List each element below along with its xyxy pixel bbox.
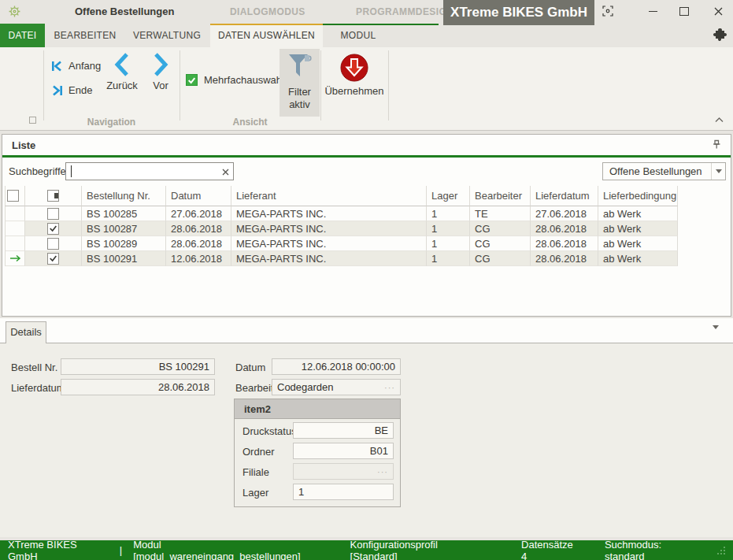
uebernehmen-button[interactable]: Übernehmen <box>320 49 388 117</box>
dialog-launcher-icon[interactable] <box>29 117 36 124</box>
cell-lieferdatum: 27.06.2018 <box>531 206 598 221</box>
column-header-datum[interactable]: Datum <box>166 186 231 206</box>
row-select-cell[interactable] <box>25 206 82 221</box>
ribbon-group-navigation: Anfang Ende Zurück Vor Navigation <box>43 47 180 130</box>
view-filter-dropdown[interactable]: Offene Bestellungen <box>602 162 726 180</box>
column-header-lieferant[interactable]: Lieferant <box>231 186 427 206</box>
cell-bestellung: BS 100285 <box>82 206 166 221</box>
table-header-row: Bestellung Nr. Datum Lieferant Lager Bea… <box>5 186 678 206</box>
column-header-lager[interactable]: Lager <box>427 186 470 206</box>
vor-button[interactable]: Vor <box>144 52 177 91</box>
cell-lieferant: MEGA-PARTS INC. <box>231 236 427 251</box>
lookup-ellipsis-icon[interactable]: ··· <box>377 467 388 477</box>
minimize-button[interactable] <box>639 0 666 22</box>
anfang-button[interactable]: Anfang <box>51 60 101 72</box>
tab-datei[interactable]: DATEI <box>0 24 45 47</box>
status-bar: XTreme BIKES GmbH | Modul [modul_warenei… <box>0 540 733 560</box>
select-all-checkbox[interactable] <box>7 190 19 202</box>
clear-search-icon[interactable] <box>222 166 229 178</box>
datum-field[interactable]: 12.06.2018 00:00:00 <box>272 358 401 375</box>
filter-aktiv-button[interactable]: Filter aktiv <box>280 49 320 117</box>
cell-lieferbedingung: ab Werk <box>598 206 678 221</box>
cell-bearbeiter: CG <box>470 221 531 236</box>
lookup-ellipsis-icon[interactable]: ··· <box>384 383 395 392</box>
tab-bearbeiten[interactable]: BEARBEITEN <box>45 24 125 47</box>
bestell-nr-field[interactable]: BS 100291 <box>61 358 215 375</box>
row-checkbox[interactable] <box>47 253 59 265</box>
row-select-cell[interactable] <box>25 221 82 236</box>
indeterminate-checkbox[interactable] <box>47 190 59 202</box>
maximize-button[interactable] <box>671 0 698 22</box>
chevron-left-icon <box>112 52 132 77</box>
cell-bearbeiter: TE <box>470 206 531 221</box>
row-checkbox[interactable] <box>47 208 59 220</box>
search-row: Suchbegriffe Offene Bestellungen <box>2 158 731 186</box>
dropdown-arrow-icon[interactable] <box>711 163 725 180</box>
lager-field[interactable]: 1 <box>293 484 394 500</box>
tab-daten-auswaehlen[interactable]: DATEN AUSWÄHLEN <box>210 24 323 47</box>
bearbeiter-field[interactable]: Codegarden ··· <box>272 379 401 395</box>
cell-lieferbedingung: ab Werk <box>598 251 678 266</box>
item2-header: item2 <box>235 399 400 419</box>
header-select-cell[interactable] <box>5 186 25 206</box>
cell-bearbeiter: CG <box>470 236 531 251</box>
tab-details[interactable]: Details <box>6 321 46 343</box>
row-select-cell[interactable] <box>25 236 82 251</box>
text-caret <box>71 165 72 177</box>
plugin-puzzle-icon[interactable] <box>713 28 727 43</box>
ordner-field[interactable]: B01 <box>293 443 394 459</box>
table-row[interactable]: BS 100287 28.06.2018 MEGA-PARTS INC. 1 C… <box>5 221 678 236</box>
tab-verwaltung[interactable]: VERWALTUNG <box>125 24 209 47</box>
search-label: Suchbegriffe <box>9 165 66 177</box>
lager-label: Lager <box>242 487 268 499</box>
druckstatus-field[interactable]: BE <box>293 422 394 439</box>
cell-lieferbedingung: ab Werk <box>598 221 678 236</box>
ende-button[interactable]: Ende <box>51 84 92 96</box>
zurueck-button[interactable]: Zurück <box>102 52 143 91</box>
app-gear-icon[interactable] <box>8 5 21 20</box>
ribbon-tab-strip: DATEI BEARBEITEN VERWALTUNG DATEN AUSWÄH… <box>0 24 733 47</box>
ribbon-group-ansicht: Mehrfachauswahl Filter aktiv Ansicht <box>180 47 320 130</box>
pin-icon[interactable] <box>712 139 721 152</box>
status-profil: Konfigurationsprofil [Standard] <box>350 539 487 560</box>
cell-lager: 1 <box>427 236 470 251</box>
bestell-nr-label: Bestell Nr. <box>11 362 57 373</box>
lieferdatum-field[interactable]: 28.06.2018 <box>61 379 215 395</box>
details-options-arrow-icon[interactable] <box>713 329 719 341</box>
focus-mode-icon[interactable] <box>594 0 621 22</box>
liste-panel-header: Liste <box>2 135 731 155</box>
column-header-lieferdatum[interactable]: Lieferdatum <box>531 186 598 206</box>
group-label-ansicht: Ansicht <box>180 117 320 128</box>
dialogmodus-label[interactable]: DIALOGMODUS <box>230 6 305 17</box>
row-checkbox[interactable] <box>47 238 59 250</box>
chevron-right-icon <box>150 52 171 77</box>
filter-funnel-icon <box>280 49 320 86</box>
table-row[interactable]: BS 100285 27.06.2018 MEGA-PARTS INC. 1 T… <box>5 206 678 221</box>
search-input[interactable] <box>65 162 234 180</box>
group-label-navigation: Navigation <box>43 117 180 128</box>
mehrfachauswahl-checkbox[interactable]: Mehrfachauswahl <box>186 74 284 86</box>
tab-modul[interactable]: MODUL <box>323 24 394 47</box>
column-header-bearbeiter[interactable]: Bearbeiter <box>470 186 531 206</box>
application-window: Offene Bestellungen DIALOGMODUS PROGRAMM… <box>0 0 733 560</box>
cell-lager: 1 <box>427 206 470 221</box>
row-indicator-cell <box>5 221 25 236</box>
table-row[interactable]: BS 100289 28.06.2018 MEGA-PARTS INC. 1 C… <box>5 236 678 251</box>
column-header-lieferbedingung[interactable]: Lieferbedingung <box>598 186 678 206</box>
cell-bearbeiter: CG <box>470 251 531 266</box>
status-separator: | <box>120 544 122 556</box>
row-checkbox[interactable] <box>47 223 59 235</box>
cell-lager: 1 <box>427 251 470 266</box>
resize-grip[interactable] <box>717 547 725 554</box>
close-button[interactable] <box>705 0 731 22</box>
header-checkbox-cell[interactable] <box>25 186 82 206</box>
liste-panel: Liste Suchbegriffe Offene Bestellungen <box>2 134 731 317</box>
title-bar: Offene Bestellungen DIALOGMODUS PROGRAMM… <box>0 0 733 24</box>
table-row-current[interactable]: BS 100291 12.06.2018 MEGA-PARTS INC. 1 C… <box>5 251 678 266</box>
row-select-cell[interactable] <box>25 251 82 266</box>
filiale-field[interactable]: ··· <box>293 463 394 480</box>
column-header-bestellung[interactable]: Bestellung Nr. <box>82 186 166 206</box>
details-tab-strip: Details <box>0 318 733 343</box>
cell-lieferdatum: 28.06.2018 <box>531 251 598 266</box>
collapse-ribbon-icon[interactable] <box>715 113 724 125</box>
